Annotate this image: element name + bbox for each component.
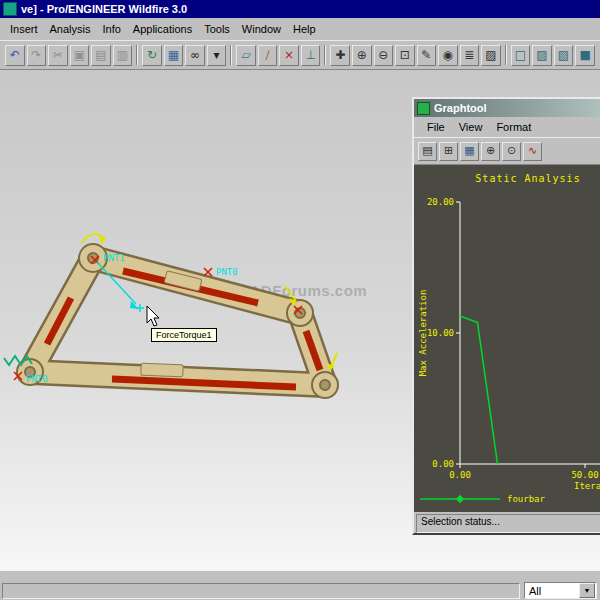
- toolbar-separator: [505, 45, 507, 65]
- selection-filter-value: All: [525, 585, 579, 597]
- zoom-out-icon[interactable]: ⊖: [374, 45, 394, 66]
- shaded-icon[interactable]: ■: [575, 45, 595, 66]
- model-player-icon[interactable]: ▦: [164, 45, 184, 66]
- regenerate-icon[interactable]: ↻: [142, 45, 162, 66]
- layers-icon[interactable]: ≣: [460, 45, 480, 66]
- menu-window[interactable]: Window: [236, 20, 287, 38]
- menu-info[interactable]: Info: [96, 20, 126, 38]
- datum-axis-toggle-icon[interactable]: ∕: [258, 45, 278, 66]
- paste-icon[interactable]: ▤: [91, 45, 111, 66]
- find-icon[interactable]: ∞: [185, 45, 205, 66]
- graphtool-toolbar: ▤⊞▦⊕⊙∿: [414, 137, 600, 165]
- graph-canvas: Static Analysis20.0010.000.000.0050.00Ma…: [414, 165, 600, 512]
- paste-special-icon[interactable]: ▥: [113, 45, 133, 66]
- combo-dropdown-button[interactable]: ▼: [579, 583, 595, 598]
- point-label-pnt0-ground: PNT0: [26, 374, 48, 384]
- graphtool-icon: [417, 102, 430, 115]
- graphtool-menu-format[interactable]: Format: [489, 119, 538, 135]
- no-hidden-icon[interactable]: ▧: [554, 45, 574, 66]
- toolbar-separator: [324, 45, 326, 65]
- chevron-down-icon: ▼: [584, 587, 591, 594]
- data-line-fourbar: [460, 316, 498, 464]
- datum-plane-toggle-icon[interactable]: ▱: [236, 45, 256, 66]
- x-tick-label: 50.00: [571, 470, 598, 480]
- x-tick-label: 0.00: [449, 470, 471, 480]
- menu-analysis[interactable]: Analysis: [44, 20, 97, 38]
- menu-tools[interactable]: Tools: [198, 20, 236, 38]
- print-icon[interactable]: ▤: [418, 142, 437, 161]
- window-title: ve] - Pro/ENGINEER Wildfire 3.0: [21, 3, 187, 15]
- legend-marker: [456, 495, 464, 503]
- datum-point-toggle-icon[interactable]: ×: [279, 45, 299, 66]
- orient-icon[interactable]: ◉: [438, 45, 458, 66]
- repaint-icon[interactable]: ✎: [417, 45, 437, 66]
- toolbar-separator: [136, 45, 138, 65]
- selection-filter-combo[interactable]: All ▼: [524, 582, 597, 599]
- hidden-line-icon[interactable]: ▨: [532, 45, 552, 66]
- zoom-in-icon[interactable]: ⊕: [352, 45, 372, 66]
- force-torque-tooltip: ForceTorque1: [151, 328, 217, 342]
- cut-icon[interactable]: ✂: [48, 45, 68, 66]
- graphtool-menu-view[interactable]: View: [452, 119, 490, 135]
- y-tick-label: 20.00: [427, 197, 454, 207]
- zoom-in-icon[interactable]: ⊕: [481, 142, 500, 161]
- main-menubar: InsertAnalysisInfoApplicationsToolsWindo…: [0, 18, 600, 40]
- graph-plot-area[interactable]: Static Analysis20.0010.000.000.0050.00Ma…: [414, 165, 600, 512]
- main-toolbar: ↶↷✂▣▤▥↻▦∞▾▱∕×⊥✚⊕⊖⊡✎◉≣▨□▨▧■: [0, 40, 600, 70]
- y-axis-title: Max Acceleration: [418, 290, 428, 377]
- graphtool-status: Selection status...: [416, 514, 600, 533]
- point-label-pnt0-link: PNT0: [216, 267, 238, 277]
- graph-title: Static Analysis: [475, 173, 580, 184]
- x-axis-title: Iteration: [574, 481, 600, 491]
- selection-filter-icon[interactable]: ▾: [207, 45, 227, 66]
- redo-icon[interactable]: ↷: [27, 45, 47, 66]
- legend-label: fourbar: [507, 494, 546, 504]
- window-titlebar[interactable]: ve] - Pro/ENGINEER Wildfire 3.0: [0, 0, 600, 18]
- datum-csys-toggle-icon[interactable]: ⊥: [301, 45, 321, 66]
- message-area: [2, 583, 520, 599]
- menu-insert[interactable]: Insert: [4, 20, 44, 38]
- zoom-icon[interactable]: ⊙: [502, 142, 521, 161]
- y-tick-label: 0.00: [432, 459, 454, 469]
- menu-help[interactable]: Help: [287, 20, 322, 38]
- chart-icon[interactable]: ∿: [523, 142, 542, 161]
- application-window: ve] - Pro/ENGINEER Wildfire 3.0 InsertAn…: [0, 0, 600, 600]
- model-viewport[interactable]: 3DCADForums.com: [0, 70, 600, 570]
- toolbar-separator: [230, 45, 232, 65]
- undo-icon[interactable]: ↶: [5, 45, 25, 66]
- y-tick-label: 10.00: [427, 328, 454, 338]
- point-label-pnt1: PNT1: [103, 253, 125, 263]
- menu-applications[interactable]: Applications: [127, 20, 198, 38]
- graphtool-window: Graphtool FileViewFormat ▤⊞▦⊕⊙∿ Static A…: [412, 97, 600, 535]
- grid-icon[interactable]: ⊞: [439, 142, 458, 161]
- app-icon: [3, 2, 17, 16]
- status-bar: All ▼: [0, 570, 600, 600]
- refit-icon[interactable]: ⊡: [395, 45, 415, 66]
- graphtool-menubar: FileViewFormat: [414, 117, 600, 137]
- graphtool-titlebar[interactable]: Graphtool: [414, 99, 600, 117]
- wireframe-icon[interactable]: □: [511, 45, 531, 66]
- mouse-cursor: [147, 306, 159, 326]
- format-graph-icon[interactable]: ▦: [460, 142, 479, 161]
- copy-icon[interactable]: ▣: [70, 45, 90, 66]
- view-manager-icon[interactable]: ▨: [481, 45, 501, 66]
- graphtool-menu-file[interactable]: File: [420, 119, 452, 135]
- graphtool-title: Graphtool: [434, 102, 487, 114]
- pan-icon[interactable]: ✚: [330, 45, 350, 66]
